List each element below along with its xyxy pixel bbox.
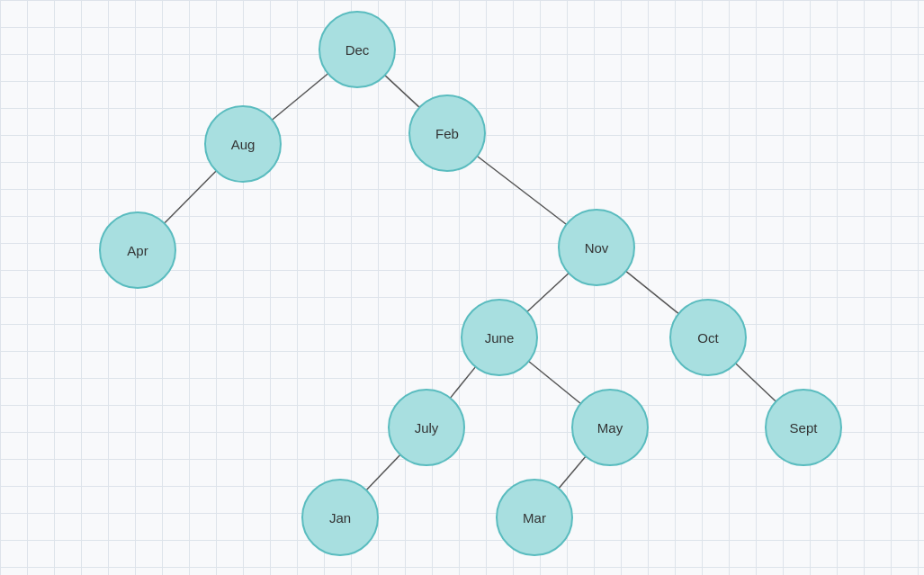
- tree-diagram: DecAugFebAprNovJuneOctJulyMaySeptJanMar: [0, 0, 924, 575]
- node-Dec[interactable]: Dec: [319, 12, 395, 87]
- edge-May-Mar: [559, 456, 586, 489]
- node-label-Feb: Feb: [435, 126, 459, 141]
- node-label-Jan: Jan: [329, 510, 351, 526]
- node-label-Sept: Sept: [790, 420, 819, 436]
- node-Feb[interactable]: Feb: [409, 95, 485, 171]
- edge-Dec-Feb: [385, 76, 419, 108]
- node-label-May: May: [597, 420, 623, 436]
- node-Apr[interactable]: Apr: [100, 212, 175, 288]
- node-Sept[interactable]: Sept: [766, 390, 841, 465]
- node-June[interactable]: June: [462, 300, 537, 375]
- edge-June-July: [450, 367, 475, 399]
- node-Aug[interactable]: Aug: [205, 106, 281, 182]
- edge-Nov-June: [527, 274, 569, 312]
- node-Jan[interactable]: Jan: [302, 480, 378, 555]
- edge-July-Jan: [366, 454, 400, 490]
- node-label-July: July: [415, 420, 439, 436]
- node-label-Dec: Dec: [345, 42, 370, 58]
- edge-June-May: [529, 361, 581, 403]
- node-label-June: June: [485, 330, 515, 346]
- node-label-Oct: Oct: [697, 330, 719, 346]
- edge-Oct-Sept: [736, 364, 776, 401]
- node-label-Mar: Mar: [523, 510, 546, 526]
- edge-Feb-Nov: [477, 157, 566, 225]
- edge-Aug-Apr: [165, 171, 217, 223]
- node-July[interactable]: July: [389, 390, 464, 465]
- node-label-Aug: Aug: [231, 137, 256, 152]
- node-Nov[interactable]: Nov: [559, 210, 634, 285]
- node-label-Apr: Apr: [127, 243, 148, 258]
- node-Oct[interactable]: Oct: [670, 300, 746, 375]
- node-label-Nov: Nov: [585, 240, 609, 256]
- edge-Nov-Oct: [626, 271, 679, 313]
- edge-Dec-Aug: [272, 74, 327, 120]
- node-May[interactable]: May: [572, 390, 648, 465]
- node-Mar[interactable]: Mar: [497, 480, 572, 555]
